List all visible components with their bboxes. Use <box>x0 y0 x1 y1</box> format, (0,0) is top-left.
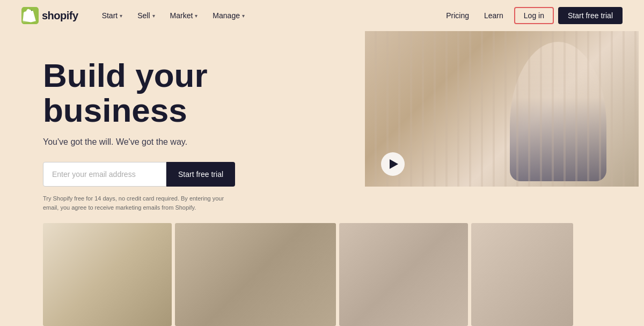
nav-label-manage: Manage <box>213 11 240 20</box>
nav-links: Start ▾ Sell ▾ Market ▾ Manage ▾ <box>96 8 440 23</box>
nav-label-market: Market <box>170 11 193 20</box>
nav-item-sell[interactable]: Sell ▾ <box>131 8 161 23</box>
hero-content: Build your business You've got the will.… <box>43 58 311 212</box>
thumbnail-3 <box>339 223 468 326</box>
nav-right: Pricing Learn Log in Start free trial <box>440 7 623 24</box>
play-button[interactable] <box>381 152 405 176</box>
hero-section: Build your business You've got the will.… <box>0 31 644 326</box>
thumbnail-1 <box>43 223 172 326</box>
nav-pricing-link[interactable]: Pricing <box>440 8 475 23</box>
nav-item-manage[interactable]: Manage ▾ <box>206 8 251 23</box>
play-icon <box>390 159 398 169</box>
logo-text: shopify <box>42 10 78 22</box>
chevron-down-icon: ▾ <box>242 13 245 19</box>
disclaimer-text: Try Shopify free for 14 days, no credit … <box>43 194 236 212</box>
chevron-down-icon: ▾ <box>120 13 122 19</box>
nav-learn-link[interactable]: Learn <box>478 8 510 23</box>
thumbnail-2 <box>175 223 336 326</box>
nav-item-start[interactable]: Start ▾ <box>96 8 129 23</box>
logo[interactable]: shopify <box>21 7 78 24</box>
hero-main-image <box>365 31 639 187</box>
nav-label-sell: Sell <box>137 11 150 20</box>
nav-item-market[interactable]: Market ▾ <box>164 8 204 23</box>
nav-cta-button[interactable]: Start free trial <box>558 7 623 24</box>
email-input[interactable] <box>43 162 166 187</box>
login-button[interactable]: Log in <box>514 7 554 24</box>
navigation: shopify Start ▾ Sell ▾ Market ▾ Manage ▾… <box>0 0 644 31</box>
email-row: Start free trial <box>43 162 311 187</box>
nav-label-start: Start <box>102 11 118 20</box>
thumbnail-4 <box>471 223 573 326</box>
start-trial-button[interactable]: Start free trial <box>166 162 235 187</box>
chevron-down-icon: ▾ <box>152 13 155 19</box>
thumbnail-row <box>43 223 633 326</box>
chevron-down-icon: ▾ <box>195 13 197 19</box>
hero-title: Build your business <box>43 58 311 128</box>
shopify-logo-icon <box>21 7 39 24</box>
hero-subtitle: You've got the will. We've got the way. <box>43 137 311 147</box>
